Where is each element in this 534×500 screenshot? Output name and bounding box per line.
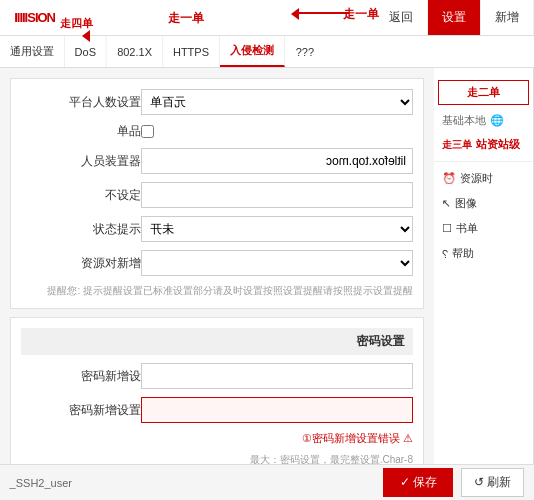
step4-arrowhead — [82, 30, 90, 42]
checkbox-single[interactable] — [141, 125, 154, 138]
sidebar-book-label: 书单 — [456, 221, 478, 236]
form-hint-section1: 提醒您: 提示提醒设置已标准设置部分请及时设置按照设置提醒请按照提示设置提醒 — [21, 284, 413, 298]
sidebar-help-label: 帮助 — [452, 246, 474, 261]
password-section-title: 密码设置 — [21, 328, 413, 355]
step1-arrowhead — [291, 8, 299, 20]
step2-badge: 走二单 — [438, 80, 529, 105]
label-pwd-new: 密码新增设 — [21, 368, 141, 385]
form-row-noset: 不设定 — [21, 182, 413, 208]
step3-badge: 走三单 — [442, 138, 472, 152]
sidebar-base-title: 基础本地 🌐 — [434, 109, 533, 132]
status-text: SSH2_user_ — [10, 477, 72, 489]
sidebar-item-time[interactable]: ⏰ 资源时 — [434, 166, 533, 191]
subtab-general[interactable]: 通用设置 — [0, 36, 65, 67]
subtab-8021x[interactable]: 802.1X — [107, 36, 163, 67]
label-platform: 平台人数设置 — [21, 94, 141, 111]
step4-label: 走四单 — [60, 16, 93, 31]
content-area: 平台人数设置 元百单 单品 人员装置器 不设定 — [0, 68, 434, 464]
globe-icon: 🌐 — [490, 114, 504, 127]
label-status: 状态提示 — [21, 221, 141, 238]
input-pwd1[interactable] — [141, 363, 413, 389]
main-form-section: 平台人数设置 元百单 单品 人员装置器 不设定 — [10, 78, 424, 309]
input-noset[interactable] — [141, 182, 413, 208]
form-row-checkbox: 单品 — [21, 123, 413, 140]
form-row-url: 人员装置器 — [21, 148, 413, 174]
sidebar-item-export[interactable]: ↗ 图像 — [434, 191, 533, 216]
sub-nav: 通用设置 DoS 802.1X HTTPS 入侵检测 ??? 走四单 — [0, 36, 534, 68]
select-resource[interactable] — [141, 250, 413, 276]
select-status[interactable]: 未开 — [141, 216, 413, 242]
tab-new[interactable]: 新增 — [481, 0, 534, 35]
bottom-bar: SSH2_user_ 保存 ✓ 刷新 ↺ — [0, 464, 534, 500]
form-row-pwd2: 密码新增设置 — [21, 397, 413, 423]
input-pwd2[interactable] — [141, 397, 413, 423]
select-platform[interactable]: 元百单 — [141, 89, 413, 115]
main-container: 平台人数设置 元百单 单品 人员装置器 不设定 — [0, 68, 534, 464]
bottom-buttons: 保存 ✓ 刷新 ↺ — [383, 468, 524, 497]
time-icon: ⏰ — [442, 172, 456, 185]
password-error-msg: ⚠ 密码新增设置错误① — [21, 431, 413, 446]
sidebar-export-label: 图像 — [455, 196, 477, 211]
label-single: 单品 — [21, 123, 141, 140]
form-row-resource: 资源对新增 — [21, 250, 413, 276]
label-noset: 不设定 — [21, 187, 141, 204]
refresh-button[interactable]: 刷新 ↺ — [461, 468, 524, 497]
error-text: 密码新增设置错误① — [302, 431, 400, 446]
step1-annotation: 走一单 — [168, 10, 204, 27]
sidebar-time-label: 资源时 — [460, 171, 493, 186]
password-hint: 最大：密码设置，最完整设置.Char-8 ->('大写字母'): 数字 设置，自… — [21, 452, 413, 464]
highlighted-label: 站资站级 — [476, 137, 520, 152]
tab-back[interactable]: 返回 — [375, 0, 428, 35]
form-row-pwd1: 密码新增设 — [21, 363, 413, 389]
sidebar-divider — [434, 161, 533, 162]
save-button[interactable]: 保存 ✓ — [383, 468, 452, 497]
form-row-status: 状态提示 未开 — [21, 216, 413, 242]
step1-arrow-line — [299, 12, 349, 14]
sidebar-item-help[interactable]: ? 帮助 — [434, 241, 533, 266]
help-icon: ? — [442, 248, 448, 260]
label-device: 人员装置器 — [21, 153, 141, 170]
right-sidebar: 走二单 基础本地 🌐 走三单 站资站级 ⏰ 资源时 ↗ 图像 ☐ 书单 — [434, 68, 534, 464]
sidebar-item-book[interactable]: ☐ 书单 — [434, 216, 533, 241]
app-logo: IIIIISION — [0, 0, 69, 35]
warning-icon: ⚠ — [403, 432, 413, 445]
subtab-intrusion[interactable]: 入侵检测 — [220, 36, 285, 67]
step1-label: 走一单 — [343, 6, 379, 23]
subtab-https[interactable]: HTTPS — [163, 36, 220, 67]
input-url[interactable] — [141, 148, 413, 174]
book-icon: ☐ — [442, 222, 452, 235]
password-section: 密码设置 密码新增设 密码新增设置 ⚠ 密码新增设置错误① — [10, 317, 424, 464]
export-icon: ↗ — [442, 197, 451, 210]
label-pwd-confirm: 密码新增设置 — [21, 402, 141, 419]
form-row-platform: 平台人数设置 元百单 — [21, 89, 413, 115]
tab-settings[interactable]: 设置 — [428, 0, 481, 35]
sidebar-item-highlighted[interactable]: 走三单 站资站级 — [434, 132, 533, 157]
label-resource: 资源对新增 — [21, 255, 141, 272]
subtab-extra[interactable]: ??? — [285, 36, 323, 67]
